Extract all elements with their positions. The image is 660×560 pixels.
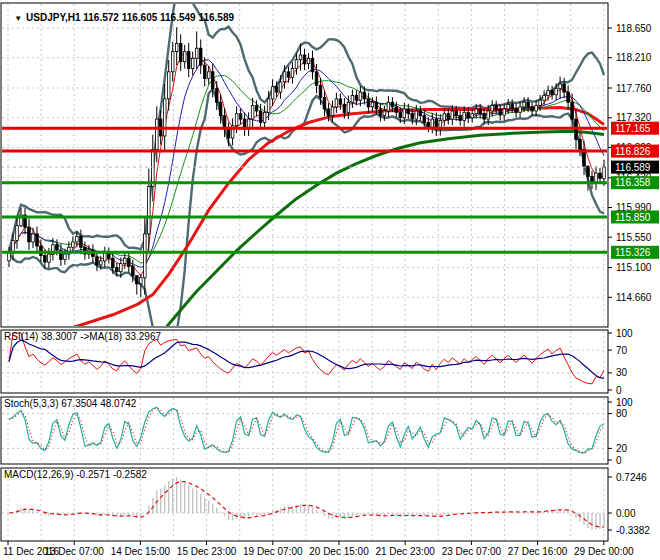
time-tick-label: 20 Dec 15:00 [309,546,369,557]
price-tick-label: 115.100 [616,262,652,273]
svg-text:0.7246: 0.7246 [616,472,647,483]
price-badge-label: 116.589 [615,162,651,173]
time-tick-label: 21 Dec 23:00 [375,546,435,557]
time-axis: 11 Dec 201613 Dec 07:0014 Dec 15:0015 De… [3,541,634,557]
time-tick-label: 14 Dec 15:00 [111,546,171,557]
price-badge-label: 117.165 [615,123,651,134]
time-tick-label: 13 Dec 07:00 [44,546,104,557]
svg-text:100: 100 [616,397,633,408]
time-tick-label: 23 Dec 07:00 [442,546,502,557]
svg-text:100: 100 [616,328,633,339]
svg-text:0: 0 [616,385,622,396]
price-tick-label: 118.210 [616,52,652,63]
chart-window: 118.650118.210117.760117.320116.880116.4… [0,0,660,560]
svg-text:0.00: 0.00 [616,508,636,519]
svg-text:20: 20 [616,443,628,454]
price-tick-label: 117.320 [616,112,652,123]
price-badge-label: 115.850 [615,212,651,223]
svg-text:-0.3382: -0.3382 [616,525,650,536]
time-tick-label: 27 Dec 16:00 [508,546,568,557]
svg-text:30: 30 [616,367,628,378]
price-badge-label: 116.826 [615,146,651,157]
mac-panel-frame [1,468,608,541]
panel-axes: 10070300100802000.72460.00-0.3382 [608,328,650,536]
time-tick-label: 15 Dec 23:00 [177,546,237,557]
svg-text:0: 0 [616,455,622,466]
time-tick-label: 29 Dec 00:00 [574,546,634,557]
price-badge-label: 115.326 [615,247,651,258]
time-tick-label: 19 Dec 07:00 [243,546,303,557]
price-tick-label: 117.760 [616,83,652,94]
svg-text:70: 70 [616,345,628,356]
price-tick-label: 114.660 [616,292,652,303]
price-tick-label: 115.550 [616,232,652,243]
price-badge-label: 116.358 [615,177,651,188]
price-tick-label: 118.650 [616,23,652,34]
svg-text:80: 80 [616,408,628,419]
chart-canvas: 118.650118.210117.760117.320116.880116.4… [0,0,660,560]
